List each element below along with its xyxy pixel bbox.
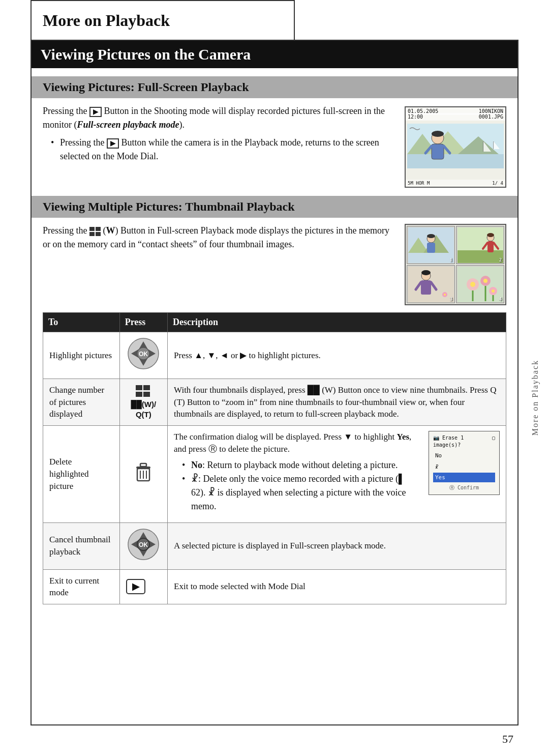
thumb-cell-4: 4 xyxy=(456,265,504,303)
to-delete: Delete highlighted picture xyxy=(43,426,120,523)
press-playback-btn: ▶ xyxy=(119,569,167,604)
to-exit: Exit to current mode xyxy=(43,569,120,604)
page-container: More on Playback More on Playback Viewin… xyxy=(0,0,549,756)
camera-folder: 100NIKON xyxy=(479,108,503,114)
svg-point-22 xyxy=(427,234,435,238)
playback-icon-inline2: ▶ xyxy=(107,138,119,149)
svg-rect-25 xyxy=(458,250,503,263)
svg-rect-61 xyxy=(140,463,146,467)
svg-rect-17 xyxy=(96,232,101,236)
thumb-cell-2: 2 xyxy=(456,226,504,264)
thumb-cell-1: 1 xyxy=(407,226,455,264)
to-highlight: Highlight pictures xyxy=(43,332,120,379)
desc-change-num-text: With four thumbnails displayed, press ██… xyxy=(174,385,496,419)
page-number: 57 xyxy=(502,733,513,746)
table-row-exit: Exit to current mode ▶ Exit to mode sele… xyxy=(43,569,506,604)
table-row-change-num: Change number of pictures displayed xyxy=(43,379,506,425)
svg-point-10 xyxy=(432,131,444,137)
right-sidebar: More on Playback xyxy=(521,40,549,756)
camera-info-bottom: 5M HOR M 1/ 4 xyxy=(406,180,505,187)
main-heading-bar: Viewing Pictures on the Camera xyxy=(32,41,517,68)
to-change-num: Change number of pictures displayed xyxy=(43,379,120,425)
table-row-cancel-thumb: Cancel thumbnail playback xyxy=(43,522,506,569)
camera-photo-svg xyxy=(407,124,504,168)
thumb-cell-3: 3 xyxy=(407,265,455,303)
playback-arrow: ▶ xyxy=(132,580,139,593)
w-label: W xyxy=(106,225,115,236)
svg-text:OK: OK xyxy=(139,541,148,548)
svg-point-43 xyxy=(483,279,487,283)
section1-bullets: Pressing the ▶ Button while the camera i… xyxy=(43,136,395,163)
press-wt: ██(W)/ Q(T) xyxy=(119,379,167,425)
content-area: Viewing Pictures: Full-Screen Playback P… xyxy=(32,68,517,613)
press-dpad: OK xyxy=(119,332,167,379)
playback-icon-inline1: ▶ xyxy=(89,107,102,117)
top-tab: More on Playback xyxy=(30,0,295,40)
thumb-num-2: 2 xyxy=(499,257,502,263)
thumb-num-3: 3 xyxy=(450,296,452,302)
section2-para1: Pressing the (W) Button in Full-screen P… xyxy=(43,224,395,251)
section1-bullet1: Pressing the ▶ Button while the camera i… xyxy=(51,136,395,163)
dpad-icon: OK xyxy=(127,337,160,370)
thumb-svg-2 xyxy=(458,227,503,263)
press-dpad-ok: OK xyxy=(119,522,167,569)
dialog-corner-icon: ▢ xyxy=(492,434,495,449)
svg-rect-11 xyxy=(432,144,444,159)
th-press: Press xyxy=(119,313,167,332)
section2-text: Pressing the (W) Button in Full-screen P… xyxy=(43,224,395,255)
svg-point-41 xyxy=(470,282,475,287)
camera-time-file: 12:00 0001.JPG xyxy=(406,113,505,121)
main-heading-text: Viewing Pictures on the Camera xyxy=(41,46,251,63)
delete-icon xyxy=(134,462,152,483)
svg-point-33 xyxy=(421,270,431,275)
t-press-label: Q(T) xyxy=(136,410,151,419)
press-delete xyxy=(119,426,167,523)
delete-no-option: No: Return to playback mode without dele… xyxy=(182,458,420,472)
section2-content: Pressing the (W) Button in Full-screen P… xyxy=(43,224,506,305)
dpad-ok-icon: OK xyxy=(127,528,160,561)
svg-rect-39 xyxy=(458,267,503,302)
svg-rect-16 xyxy=(89,232,95,236)
section2-heading: Viewing Multiple Pictures: Thumbnail Pla… xyxy=(43,200,295,213)
section1-content: Pressing the ▶ Button in the Shooting mo… xyxy=(43,104,506,188)
fullscreen-camera-screen: 01.05.2005 100NIKON 12:00 0001.JPG xyxy=(405,106,506,188)
yes-label: Yes xyxy=(397,432,410,442)
erase-dialog: 📷 Erase 1 image(s)? ▢ No ☧ Yes Ⓡ Confirm xyxy=(429,431,500,495)
svg-rect-57 xyxy=(143,385,150,390)
section1-text: Pressing the ▶ Button in the Shooting mo… xyxy=(43,104,395,167)
delete-memo-option: ☧: Delete only the voice memo recorded w… xyxy=(182,472,420,513)
main-content-box: Viewing Pictures on the Camera Viewing P… xyxy=(30,40,518,725)
camera-date: 01.05.2005 xyxy=(408,108,438,114)
thumb-svg-4 xyxy=(458,267,503,302)
svg-rect-58 xyxy=(136,392,142,397)
desc-highlight: Press ▲, ▼, ◄ or ▶ to highlight pictures… xyxy=(168,332,506,379)
svg-rect-15 xyxy=(96,227,101,231)
section1-heading: Viewing Pictures: Full-Screen Playback xyxy=(43,80,249,94)
fullscreen-mode-label: Full-screen playback mode xyxy=(77,120,179,130)
dialog-option-memo: ☧ xyxy=(433,462,495,472)
camera-counter: 1/ 4 xyxy=(492,181,503,186)
dialog-option-yes: Yes xyxy=(433,473,495,482)
top-tab-title: More on Playback xyxy=(43,11,170,30)
th-description: Description xyxy=(168,313,506,332)
thumbnail-camera-screen: 1 xyxy=(405,224,506,305)
dialog-title: 📷 Erase 1 image(s)? ▢ xyxy=(433,434,495,449)
table-row-delete: Delete highlighted picture xyxy=(43,426,506,523)
no-label: No xyxy=(191,460,202,470)
th-to: To xyxy=(43,313,120,332)
thumb-svg-3 xyxy=(408,267,454,302)
desc-delete: The confirmation dialog will be displaye… xyxy=(168,426,506,523)
dialog-title-text: 📷 Erase 1 image(s)? xyxy=(433,434,492,449)
svg-rect-56 xyxy=(136,385,142,390)
thumb-num-4: 4 xyxy=(499,296,502,302)
svg-point-38 xyxy=(444,294,446,296)
svg-point-27 xyxy=(487,233,494,237)
svg-rect-4 xyxy=(407,154,504,168)
svg-rect-23 xyxy=(427,243,435,253)
dialog-option-no: No xyxy=(433,451,495,460)
to-cancel-thumb: Cancel thumbnail playback xyxy=(43,522,120,569)
wt-button-icon: ██(W)/ Q(T) xyxy=(126,385,161,420)
section1-para1: Pressing the ▶ Button in the Shooting mo… xyxy=(43,104,395,132)
delete-desc-layout: The confirmation dialog will be displaye… xyxy=(174,431,500,517)
section1-camera-image: 01.05.2005 100NIKON 12:00 0001.JPG xyxy=(405,104,506,188)
